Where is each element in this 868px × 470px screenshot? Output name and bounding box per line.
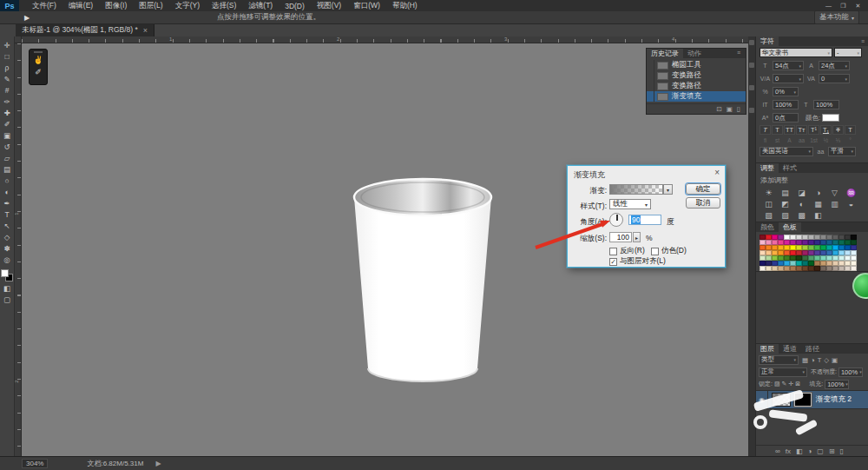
- scale-input[interactable]: 100: [609, 232, 632, 242]
- tool-icon[interactable]: ✛: [1, 40, 14, 51]
- menu-item[interactable]: 编辑(E): [62, 1, 99, 11]
- foreground-background-colors[interactable]: [1, 269, 13, 281]
- menu-item[interactable]: 3D(D): [279, 2, 311, 10]
- history-state-row[interactable]: 变换路径: [647, 70, 746, 81]
- tool-icon[interactable]: □: [1, 51, 14, 63]
- lock-icon[interactable]: ✎: [782, 381, 787, 387]
- window-control-button[interactable]: —: [822, 1, 835, 10]
- tool-icon[interactable]: ▤: [1, 164, 14, 175]
- dither-checkbox[interactable]: 仿色(D): [651, 246, 687, 256]
- dock-icon[interactable]: [749, 85, 754, 90]
- history-source-well[interactable]: [647, 70, 654, 81]
- font-size-field[interactable]: 54点▾: [773, 61, 804, 70]
- panel-tab[interactable]: 调整: [756, 163, 779, 173]
- tool-icon[interactable]: ρ: [1, 63, 14, 74]
- tool-icon[interactable]: T: [1, 209, 14, 221]
- close-icon[interactable]: ×: [714, 168, 720, 177]
- history-source-well[interactable]: [647, 91, 654, 102]
- kerning-field[interactable]: 0▾: [773, 74, 804, 83]
- visibility-eye-icon[interactable]: ◉: [756, 390, 768, 409]
- style-select[interactable]: 线性 ▾: [609, 199, 651, 209]
- tool-icon[interactable]: ↖: [1, 221, 14, 232]
- layer-filter-icon[interactable]: ◑: [811, 356, 815, 364]
- layer-filter-icon[interactable]: ◇: [824, 356, 829, 364]
- layers-footer-icon[interactable]: fx: [786, 447, 791, 455]
- adjustment-icon[interactable]: ◐: [793, 198, 810, 209]
- opentype-button[interactable]: °: [845, 136, 856, 145]
- dock-icon[interactable]: [749, 63, 754, 68]
- menu-item[interactable]: 图层(L): [133, 1, 168, 11]
- menu-item[interactable]: 文字(Y): [169, 1, 206, 11]
- panel-tab[interactable]: 字符: [756, 36, 779, 46]
- floating-mini-toolbar[interactable]: ✌ ✐: [29, 49, 48, 85]
- checkbox-checked[interactable]: ✓: [609, 258, 617, 266]
- panel-menu-icon[interactable]: ≡: [861, 36, 868, 46]
- type-style-button[interactable]: T: [845, 125, 856, 135]
- lock-icon[interactable]: ⊠: [795, 381, 800, 387]
- layer-filter-icon[interactable]: ▣: [832, 356, 838, 364]
- opentype-button[interactable]: A: [784, 136, 795, 145]
- type-style-button[interactable]: T: [832, 125, 844, 135]
- tool-icon[interactable]: ✒: [1, 198, 14, 209]
- panel-tab[interactable]: 颜色: [756, 222, 779, 232]
- adjustment-icon[interactable]: ▽: [826, 187, 843, 198]
- dock-icon[interactable]: [749, 108, 754, 113]
- tool-icon[interactable]: #: [1, 85, 14, 96]
- status-popup-arrow-icon[interactable]: ▶: [155, 460, 161, 467]
- workspace-switcher[interactable]: 基本功能 ▾: [814, 10, 859, 24]
- horizontal-scale-field[interactable]: 100%: [813, 100, 839, 109]
- menu-item[interactable]: 滤镜(T): [242, 1, 279, 11]
- tool-icon[interactable]: ◐: [1, 187, 14, 198]
- cancel-button[interactable]: 取消: [686, 197, 720, 209]
- layer-mask-thumbnail[interactable]: [794, 393, 812, 407]
- drag-handle[interactable]: [34, 51, 43, 53]
- close-tab-icon[interactable]: ×: [143, 26, 148, 35]
- gradient-layer-thumbnail[interactable]: [772, 393, 791, 407]
- menu-item[interactable]: 选择(S): [206, 1, 242, 11]
- lock-icon[interactable]: ✛: [788, 381, 793, 387]
- baseline-shift-field[interactable]: 0点: [773, 113, 799, 122]
- history-state-row[interactable]: 变换路径: [647, 81, 746, 91]
- type-style-button[interactable]: T¹: [808, 125, 819, 135]
- blend-mode-select[interactable]: 正常▾: [759, 367, 807, 377]
- panel-tab[interactable]: 色板: [779, 222, 801, 232]
- foreground-color-swatch[interactable]: [1, 269, 9, 277]
- document-tab[interactable]: 未标题-1 @ 304%(椭圆 1, RGB/8) * ×: [16, 24, 155, 36]
- adjustment-icon[interactable]: ▨: [777, 209, 793, 221]
- leading-field[interactable]: 24点▾: [819, 61, 850, 70]
- adjustment-icon[interactable]: ▤: [777, 187, 793, 198]
- history-state-row[interactable]: 渐变填充: [647, 91, 746, 102]
- menu-item[interactable]: 视图(V): [311, 1, 347, 11]
- adjustment-icon[interactable]: ▥: [826, 198, 843, 209]
- adjustment-icon[interactable]: ▧: [760, 209, 777, 221]
- scale-spinner-icon[interactable]: ▸: [633, 232, 641, 242]
- history-source-well[interactable]: [647, 60, 654, 70]
- panel-tab[interactable]: 通道: [779, 344, 801, 354]
- opentype-button[interactable]: ½: [820, 136, 832, 145]
- history-footer-icon[interactable]: ⊡: [716, 105, 721, 113]
- angle-dial[interactable]: [609, 213, 623, 227]
- layers-footer-icon[interactable]: ◧: [796, 447, 803, 455]
- adjustment-icon[interactable]: ◫: [760, 198, 777, 209]
- opentype-button[interactable]: ⅓: [832, 136, 844, 145]
- fill-field[interactable]: 100%▾: [825, 380, 849, 389]
- tracking-field[interactable]: 0▾: [819, 74, 850, 83]
- layers-footer-icon[interactable]: ⊞: [829, 447, 835, 455]
- tool-icon[interactable]: ✚: [1, 108, 14, 119]
- adjustment-icon[interactable]: ☀: [760, 187, 777, 198]
- layer-filter-select[interactable]: 类型▾: [759, 355, 799, 365]
- opentype-button[interactable]: aa: [796, 136, 807, 145]
- layers-footer-icon[interactable]: ▯: [840, 447, 844, 455]
- adjustment-icon[interactable]: ◩: [777, 198, 793, 209]
- tool-icon[interactable]: ✐: [1, 119, 14, 130]
- history-source-well[interactable]: [647, 81, 654, 91]
- quick-mask-icon[interactable]: ◧: [1, 283, 14, 295]
- type-style-button[interactable]: T₁: [820, 125, 832, 135]
- tool-icon[interactable]: ✎: [1, 74, 14, 85]
- panel-tab[interactable]: 历史记录: [647, 49, 683, 58]
- opentype-button[interactable]: fi: [760, 136, 771, 145]
- history-state-row[interactable]: 椭圆工具: [647, 60, 746, 70]
- layer-filter-icon[interactable]: ▦: [802, 356, 808, 364]
- checkbox[interactable]: [609, 248, 617, 255]
- adjustment-icon[interactable]: ◒: [843, 198, 859, 209]
